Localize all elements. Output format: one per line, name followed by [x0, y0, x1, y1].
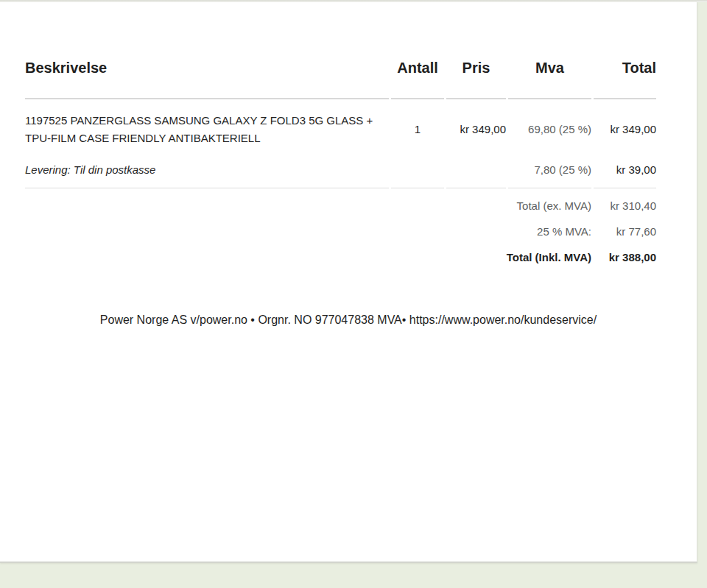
summary-label-total-incl-vat: Total (Inkl. MVA) [25, 238, 591, 269]
summary-row-vat-amount: 25 % MVA: kr 77,60 [25, 212, 656, 238]
shipping-total: kr 39,00 [594, 154, 656, 188]
shipping-vat: 7,80 (25 %) [508, 154, 591, 188]
column-header-price: Pris [446, 52, 506, 99]
shipping-quantity [391, 154, 444, 188]
product-price: kr 349,00 [446, 99, 506, 154]
column-header-description: Beskrivelse [25, 52, 389, 99]
shipping-description: Levering: Til din postkasse [25, 154, 389, 188]
summary-value-vat-amount: kr 77,60 [594, 212, 656, 238]
product-vat: 69,80 (25 %) [508, 99, 591, 154]
summary-row-total-incl-vat: Total (Inkl. MVA) kr 388,00 [25, 238, 656, 269]
invoice-table: Beskrivelse Antall Pris Mva Total 119752… [23, 52, 658, 269]
column-header-quantity: Antall [391, 52, 444, 99]
invoice-card: Beskrivelse Antall Pris Mva Total 119752… [0, 2, 697, 563]
product-total: kr 349,00 [594, 99, 656, 154]
summary-value-total-incl-vat: kr 388,00 [594, 238, 656, 269]
summary-row-total-ex-vat: Total (ex. MVA) kr 310,40 [25, 188, 656, 212]
table-header-row: Beskrivelse Antall Pris Mva Total [25, 52, 656, 99]
column-header-total: Total [594, 52, 656, 99]
footer-company-info: Power Norge AS v/power.no • Orgnr. NO 97… [0, 314, 697, 327]
table-row-product: 1197525 PANZERGLASS SAMSUNG GALAXY Z FOL… [25, 99, 656, 154]
product-quantity: 1 [391, 99, 444, 154]
column-header-vat: Mva [508, 52, 591, 99]
summary-label-total-ex-vat: Total (ex. MVA) [25, 188, 591, 212]
shipping-price [446, 154, 506, 188]
summary-label-vat-amount: 25 % MVA: [25, 212, 591, 238]
table-row-shipping: Levering: Til din postkasse 7,80 (25 %) … [25, 154, 656, 188]
summary-value-total-ex-vat: kr 310,40 [594, 188, 656, 212]
product-description: 1197525 PANZERGLASS SAMSUNG GALAXY Z FOL… [25, 99, 389, 154]
